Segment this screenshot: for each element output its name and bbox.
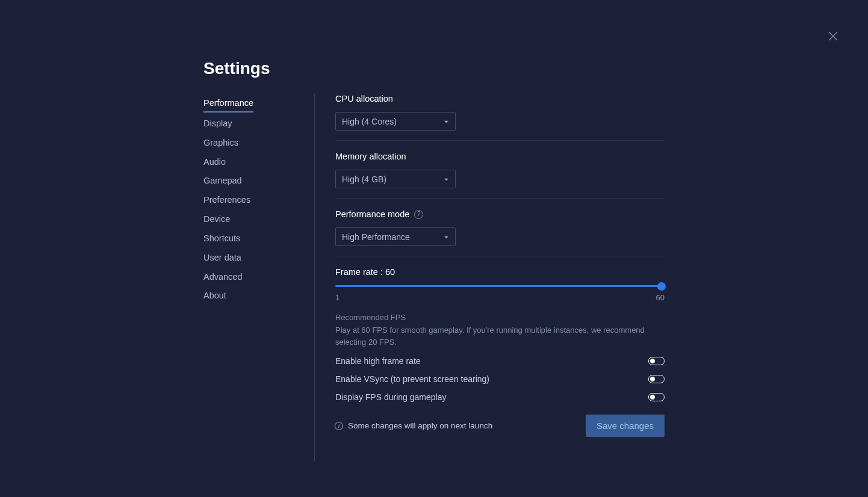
label-cpu-allocation: CPU allocation bbox=[335, 94, 665, 103]
info-icon: i bbox=[335, 422, 343, 430]
toggle-vsync[interactable] bbox=[648, 375, 665, 383]
select-memory-allocation[interactable]: High (4 GB) bbox=[335, 170, 456, 188]
row-vsync: Enable VSync (to prevent screen tearing) bbox=[335, 374, 665, 384]
settings-window: Settings Performance Display Graphics Au… bbox=[0, 0, 868, 497]
sidebar-item-audio[interactable]: Audio bbox=[203, 153, 314, 172]
save-changes-button[interactable]: Save changes bbox=[586, 415, 665, 437]
close-button[interactable] bbox=[827, 30, 839, 42]
sidebar-item-performance[interactable]: Performance bbox=[203, 94, 253, 113]
chevron-down-icon bbox=[444, 117, 449, 126]
sidebar-item-about[interactable]: About bbox=[203, 286, 314, 306]
sidebar-item-preferences[interactable]: Preferences bbox=[203, 191, 314, 210]
sidebar-item-graphics[interactable]: Graphics bbox=[203, 134, 314, 153]
label-memory-allocation: Memory allocation bbox=[335, 152, 665, 161]
label-frame-rate: Frame rate : 60 bbox=[335, 267, 665, 277]
slider-range: 1 60 bbox=[335, 293, 665, 302]
toggle-knob bbox=[650, 395, 655, 400]
label-vsync: Enable VSync (to prevent screen tearing) bbox=[335, 374, 489, 384]
slider-track[interactable] bbox=[335, 285, 665, 287]
sidebar-item-display[interactable]: Display bbox=[203, 114, 314, 134]
select-value: High (4 GB) bbox=[342, 174, 386, 184]
hint-title: Recommended FPS bbox=[335, 313, 665, 322]
framerate-slider[interactable]: 1 60 bbox=[335, 285, 665, 302]
slider-max: 60 bbox=[656, 293, 665, 302]
slider-min: 1 bbox=[335, 293, 339, 302]
label-high-frame-rate: Enable high frame rate bbox=[335, 356, 421, 366]
row-display-fps: Display FPS during gameplay bbox=[335, 392, 665, 402]
sidebar-item-advanced[interactable]: Advanced bbox=[203, 268, 314, 287]
toggle-display-fps[interactable] bbox=[648, 393, 665, 401]
footer-note: i Some changes will apply on next launch bbox=[335, 421, 492, 430]
select-cpu-allocation[interactable]: High (4 Cores) bbox=[335, 112, 456, 131]
sidebar-item-device[interactable]: Device bbox=[203, 210, 314, 229]
page-title: Settings bbox=[203, 59, 270, 78]
chevron-down-icon bbox=[444, 232, 449, 242]
sidebar-item-shortcuts[interactable]: Shortcuts bbox=[203, 229, 314, 248]
hint-text: Play at 60 FPS for smooth gameplay. If y… bbox=[335, 324, 665, 348]
sidebar-item-gamepad[interactable]: Gamepad bbox=[203, 171, 314, 191]
toggle-high-frame-rate[interactable] bbox=[648, 357, 665, 365]
label-display-fps: Display FPS during gameplay bbox=[335, 392, 446, 402]
group-frame-rate: Frame rate : 60 1 60 Recommended FPS Pla… bbox=[335, 267, 665, 412]
select-performance-mode[interactable]: High Performance bbox=[335, 227, 456, 246]
settings-panel: CPU allocation High (4 Cores) Memory all… bbox=[315, 94, 665, 461]
footer: i Some changes will apply on next launch… bbox=[335, 415, 665, 437]
label-performance-mode: Performance mode ? bbox=[335, 209, 665, 219]
select-value: High (4 Cores) bbox=[342, 117, 397, 126]
row-high-frame-rate: Enable high frame rate bbox=[335, 356, 665, 366]
group-cpu-allocation: CPU allocation High (4 Cores) bbox=[335, 94, 665, 141]
help-icon[interactable]: ? bbox=[414, 210, 423, 219]
settings-sidebar: Performance Display Graphics Audio Gamep… bbox=[203, 94, 314, 461]
label-text: Performance mode bbox=[335, 209, 409, 219]
group-memory-allocation: Memory allocation High (4 GB) bbox=[335, 152, 665, 199]
footer-note-text: Some changes will apply on next launch bbox=[348, 421, 492, 430]
close-icon bbox=[827, 34, 839, 44]
group-performance-mode: Performance mode ? High Performance bbox=[335, 209, 665, 256]
sidebar-item-user-data[interactable]: User data bbox=[203, 248, 314, 268]
toggle-knob bbox=[650, 377, 655, 381]
chevron-down-icon bbox=[444, 174, 449, 184]
slider-thumb[interactable] bbox=[657, 282, 666, 291]
select-value: High Performance bbox=[342, 232, 410, 242]
content-area: Performance Display Graphics Audio Gamep… bbox=[203, 94, 665, 461]
toggle-knob bbox=[650, 359, 655, 363]
